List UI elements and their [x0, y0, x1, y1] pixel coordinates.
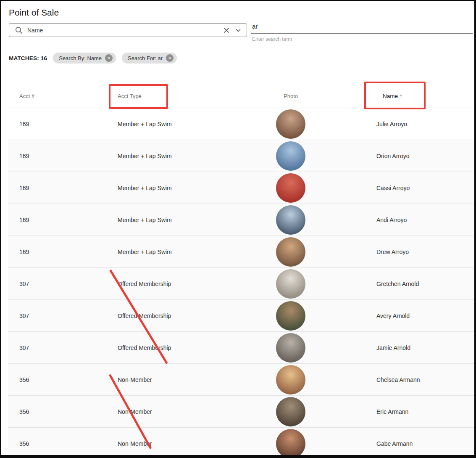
- x-circle-icon[interactable]: ✕: [105, 54, 113, 62]
- acct-number-cell: 169: [8, 185, 106, 191]
- acct-number-cell: 307: [8, 312, 106, 319]
- photo-cell: [245, 173, 337, 203]
- member-photo[interactable]: [276, 333, 305, 363]
- name-cell: Julie Arroyo: [337, 121, 474, 127]
- member-photo[interactable]: [276, 205, 305, 235]
- results-summary: MATCHES: 16 Search By: Name ✕ Search For…: [9, 53, 177, 64]
- photo-cell: [245, 205, 337, 235]
- header-acct-type[interactable]: Acct Type: [106, 93, 245, 99]
- table-row[interactable]: 169 Member + Lap Swim Orion Arroyo: [8, 140, 474, 172]
- table-row[interactable]: 307 Offered Membership Avery Arnold: [8, 300, 474, 332]
- chip-label: Search By: Name: [59, 55, 102, 61]
- table-row[interactable]: 169 Member + Lap Swim Drew Arroyo: [8, 236, 474, 268]
- chip-label: Search For: ar: [128, 55, 163, 61]
- member-photo[interactable]: [276, 429, 305, 458]
- acct-number-cell: 169: [8, 153, 106, 159]
- name-cell: Gretchen Arnold: [337, 281, 474, 287]
- name-cell: Orion Arroyo: [337, 153, 474, 159]
- acct-type-cell: Non-Member: [106, 408, 245, 415]
- name-cell: Jamie Arnold: [337, 344, 474, 351]
- page-title: Point of Sale: [9, 8, 59, 18]
- photo-cell: [245, 333, 337, 363]
- acct-number-cell: 356: [8, 440, 106, 447]
- acct-type-cell: Member + Lap Swim: [106, 121, 245, 127]
- table-row[interactable]: 356 Non-Member Eric Armann: [8, 396, 474, 428]
- acct-number-cell: 356: [8, 408, 106, 415]
- search-by-value: Name: [27, 27, 43, 34]
- table-row[interactable]: 356 Non-Member Chelsea Armann: [8, 364, 474, 396]
- name-cell: Avery Arnold: [337, 312, 474, 319]
- table-header-row: Acct # Acct Type Photo Name↑: [8, 84, 474, 108]
- header-acct-number[interactable]: Acct #: [8, 93, 106, 99]
- header-name[interactable]: Name↑: [337, 93, 474, 99]
- acct-number-cell: 169: [8, 217, 106, 223]
- search-icon: [15, 26, 23, 34]
- table-body: 169 Member + Lap Swim Julie Arroyo 169 M…: [8, 108, 474, 458]
- name-cell: Gabe Armann: [337, 440, 474, 447]
- acct-number-cell: 307: [8, 344, 106, 351]
- header-name-label: Name: [383, 93, 398, 99]
- table-row[interactable]: 169 Member + Lap Swim Andi Arroyo: [8, 204, 474, 236]
- photo-cell: [245, 429, 337, 458]
- filter-chip-search-by[interactable]: Search By: Name ✕: [53, 53, 116, 64]
- acct-type-cell: Non-Member: [106, 376, 245, 383]
- search-term-hint: Enter search term: [251, 34, 473, 42]
- search-term-input[interactable]: ar: [251, 21, 473, 34]
- member-photo[interactable]: [276, 397, 305, 426]
- search-term-field: ar Enter search term: [251, 21, 473, 42]
- acct-number-cell: 169: [8, 249, 106, 255]
- results-table: Acct # Acct Type Photo Name↑ 169 Member …: [8, 84, 474, 458]
- clear-icon[interactable]: [221, 24, 232, 36]
- name-cell: Eric Armann: [337, 408, 474, 415]
- acct-type-cell: Member + Lap Swim: [106, 217, 245, 223]
- search-by-combobox[interactable]: Name: [9, 23, 247, 37]
- photo-cell: [245, 237, 337, 267]
- acct-type-cell: Member + Lap Swim: [106, 185, 245, 191]
- name-cell: Chelsea Armann: [337, 376, 474, 383]
- filter-chip-search-for[interactable]: Search For: ar ✕: [122, 53, 177, 64]
- member-photo[interactable]: [276, 365, 305, 394]
- name-cell: Andi Arroyo: [337, 217, 474, 223]
- table-row[interactable]: 356 Non-Member Gabe Armann: [8, 428, 474, 458]
- header-photo[interactable]: Photo: [245, 93, 337, 99]
- point-of-sale-window: Point of Sale Name ar Enter search term …: [0, 0, 476, 458]
- member-photo[interactable]: [276, 237, 305, 267]
- table-row[interactable]: 169 Member + Lap Swim Cassi Arroyo: [8, 172, 474, 204]
- photo-cell: [245, 109, 337, 139]
- acct-number-cell: 307: [8, 281, 106, 287]
- matches-count: MATCHES: 16: [9, 55, 47, 61]
- acct-type-cell: Offered Membership: [106, 312, 245, 319]
- acct-number-cell: 356: [8, 376, 106, 383]
- member-photo[interactable]: [276, 109, 305, 139]
- x-circle-icon[interactable]: ✕: [166, 54, 174, 62]
- photo-cell: [245, 301, 337, 331]
- name-cell: Cassi Arroyo: [337, 185, 474, 191]
- acct-type-cell: Non-Member: [106, 440, 245, 447]
- member-photo[interactable]: [276, 301, 305, 331]
- member-photo[interactable]: [276, 173, 305, 203]
- acct-type-cell: Member + Lap Swim: [106, 153, 245, 159]
- table-row[interactable]: 307 Offered Membership Jamie Arnold: [8, 332, 474, 364]
- member-photo[interactable]: [276, 269, 305, 299]
- table-row[interactable]: 307 Offered Membership Gretchen Arnold: [8, 268, 474, 300]
- photo-cell: [245, 141, 337, 171]
- photo-cell: [245, 365, 337, 394]
- chevron-down-icon[interactable]: [232, 24, 244, 36]
- member-photo[interactable]: [276, 141, 305, 171]
- table-row[interactable]: 169 Member + Lap Swim Julie Arroyo: [8, 108, 474, 140]
- acct-type-cell: Offered Membership: [106, 344, 245, 351]
- acct-type-cell: Member + Lap Swim: [106, 249, 245, 255]
- sort-ascending-icon: ↑: [400, 93, 402, 99]
- acct-number-cell: 169: [8, 121, 106, 127]
- acct-type-cell: Offered Membership: [106, 281, 245, 287]
- photo-cell: [245, 269, 337, 299]
- photo-cell: [245, 397, 337, 426]
- name-cell: Drew Arroyo: [337, 249, 474, 255]
